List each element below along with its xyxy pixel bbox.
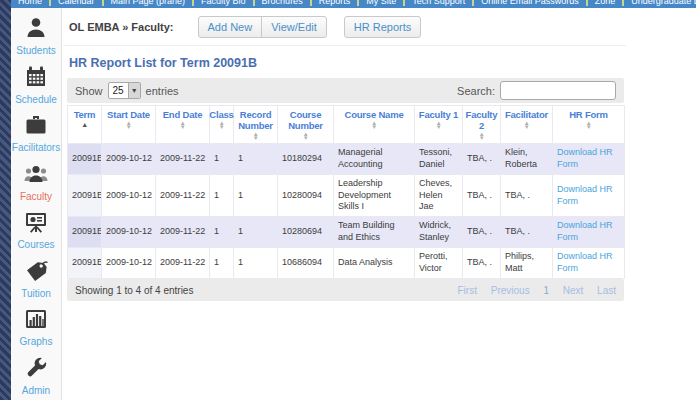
- topnav-link-my-site[interactable]: My Site: [359, 0, 405, 6]
- table-toolbar: Show 25 ▼ entries Search:: [67, 78, 624, 103]
- cell-record-number: 1: [234, 217, 278, 248]
- cell-faculty-2: TBA, .: [463, 144, 501, 175]
- sidebar-item-graphs[interactable]: Graphs: [11, 303, 61, 352]
- cell-start-date: 2009-10-12: [102, 175, 156, 217]
- pagination: First Previous 1 Next Last: [446, 285, 616, 296]
- download-hr-form-link[interactable]: Download HR Form: [557, 251, 613, 273]
- cell-end-date: 2009-11-22: [156, 217, 210, 248]
- pagination-page-1[interactable]: 1: [543, 285, 549, 296]
- sidebar-item-schedule[interactable]: Schedule: [11, 61, 61, 110]
- table-panel: Show 25 ▼ entries Search:: [67, 78, 624, 301]
- column-header-start-date[interactable]: Start Date▲▼: [102, 106, 156, 144]
- pagination-last[interactable]: Last: [597, 285, 616, 296]
- table-row: 20091B 2009-10-12 2009-11-22 1 1 1028069…: [68, 217, 625, 248]
- page-header: OL EMBA » Faculty: Add New View/Edit HR …: [63, 8, 626, 46]
- cell-term: 20091B: [68, 175, 102, 217]
- sidebar-item-label: Faculty: [20, 191, 52, 202]
- topnav-link-brochures[interactable]: Brochures: [255, 0, 312, 6]
- download-hr-form-link[interactable]: Download HR Form: [557, 184, 613, 206]
- sort-both-icon: ▲▼: [371, 121, 377, 129]
- price-tag-icon: [23, 259, 49, 287]
- topnav-link-tech-support[interactable]: Tech Support: [405, 0, 474, 6]
- sort-both-icon: ▲▼: [303, 132, 309, 140]
- cell-facilitator: Philips, Matt: [501, 248, 553, 279]
- cell-course-number: 10686094: [278, 248, 334, 279]
- sort-ascending-icon: ▲: [81, 122, 88, 128]
- sidebar-item-label: Facilitators: [12, 142, 60, 153]
- sidebar-item-students[interactable]: Students: [11, 12, 61, 61]
- column-header-faculty-2[interactable]: Faculty 2▲▼: [463, 106, 501, 144]
- sidebar-item-courses[interactable]: Courses: [11, 206, 61, 255]
- column-header-record-number[interactable]: Record Number▲▼: [234, 106, 278, 144]
- breadcrumb: OL EMBA » Faculty:: [69, 21, 174, 33]
- cell-facilitator: TBA, .: [501, 175, 553, 217]
- cell-class: 1: [210, 175, 234, 217]
- cell-record-number: 1: [234, 175, 278, 217]
- view-edit-button[interactable]: View/Edit: [261, 16, 327, 38]
- topnav-link-zone[interactable]: Zone: [588, 0, 625, 6]
- cell-term: 20091B: [68, 248, 102, 279]
- pagination-previous[interactable]: Previous: [491, 285, 530, 296]
- hr-reports-button[interactable]: HR Reports: [344, 16, 421, 38]
- cell-start-date: 2009-10-12: [102, 144, 156, 175]
- cell-class: 1: [210, 144, 234, 175]
- entries-label: entries: [146, 85, 179, 97]
- cell-faculty-2: TBA, .: [463, 217, 501, 248]
- entries-select-value: 25: [113, 85, 124, 96]
- sidebar-item-label: Tuition: [21, 288, 51, 299]
- cell-faculty-2: TBA, .: [463, 248, 501, 279]
- table-row: 20091B 2009-10-12 2009-11-22 1 1 1068609…: [68, 248, 625, 279]
- topnav-link-home[interactable]: Home: [11, 0, 51, 6]
- sidebar-item-admin[interactable]: Admin: [11, 352, 61, 400]
- sidebar-item-tuition[interactable]: Tuition: [11, 255, 61, 304]
- cell-class: 1: [210, 248, 234, 279]
- column-header-course-name[interactable]: Course Name▲▼: [334, 106, 415, 144]
- cell-term: 20091B: [68, 144, 102, 175]
- pagination-first[interactable]: First: [457, 285, 476, 296]
- calendar-icon: [23, 65, 49, 93]
- sidebar-item-faculty[interactable]: Faculty: [11, 158, 61, 207]
- sidebar-stripe: [0, 0, 11, 400]
- column-header-facilitator[interactable]: Facilitator▲▼: [501, 106, 553, 144]
- add-new-button[interactable]: Add New: [198, 16, 263, 38]
- column-header-course-number[interactable]: Course Number▲▼: [278, 106, 334, 144]
- cell-course-name: Team Building and Ethics: [334, 217, 415, 248]
- download-hr-form-link[interactable]: Download HR Form: [557, 147, 613, 169]
- sidebar-item-label: Students: [16, 45, 55, 56]
- presentation-icon: [23, 210, 49, 238]
- topnav-link-calendar[interactable]: Calendar: [51, 0, 104, 6]
- sort-both-icon: ▲▼: [524, 121, 530, 129]
- sort-both-icon: ▲▼: [586, 121, 592, 129]
- topnav-link-online-email[interactable]: Online Email Passwords: [474, 0, 588, 6]
- topnav-link-faculty-bio[interactable]: Faculty Bio: [194, 0, 255, 6]
- cell-course-number: 10180294: [278, 144, 334, 175]
- topnav-link-reports[interactable]: Reports: [312, 0, 360, 6]
- column-header-end-date[interactable]: End Date▲▼: [156, 106, 210, 144]
- cell-start-date: 2009-10-12: [102, 217, 156, 248]
- pagination-next[interactable]: Next: [563, 285, 584, 296]
- sort-both-icon: ▲▼: [219, 121, 225, 129]
- cell-course-name: Data Analysis: [334, 248, 415, 279]
- column-header-class[interactable]: Class▲▼: [210, 106, 234, 144]
- cell-course-number: 10280094: [278, 175, 334, 217]
- cell-faculty-1: Widrick, Stanley: [415, 217, 463, 248]
- topnav-link-main-page[interactable]: Main Page (prarie): [104, 0, 195, 6]
- cell-facilitator: Klein, Roberta: [501, 144, 553, 175]
- entries-select[interactable]: 25 ▼: [108, 82, 141, 99]
- chevron-down-icon: ▼: [128, 83, 140, 98]
- cell-faculty-1: Tessoni, Daniel: [415, 144, 463, 175]
- cell-facilitator: TBA, .: [501, 217, 553, 248]
- showing-entries-text: Showing 1 to 4 of 4 entries: [75, 285, 193, 296]
- download-hr-form-link[interactable]: Download HR Form: [557, 220, 613, 242]
- column-header-hr-form[interactable]: HR Form▲▼: [553, 106, 625, 144]
- sort-both-icon: ▲▼: [479, 132, 485, 140]
- search-input[interactable]: [500, 81, 616, 100]
- column-header-faculty-1[interactable]: Faculty 1▲▼: [415, 106, 463, 144]
- topnav-link-undergrad-db[interactable]: Undergraduate Database: [624, 0, 696, 6]
- sidebar-item-facilitators[interactable]: Facilitators: [11, 109, 61, 158]
- column-header-term[interactable]: Term▲: [68, 106, 102, 144]
- app-window: HomeCalendarMain Page (prarie)Faculty Bi…: [0, 0, 696, 400]
- cell-end-date: 2009-11-22: [156, 175, 210, 217]
- sidebar-item-label: Courses: [17, 239, 54, 250]
- table-footer: Showing 1 to 4 of 4 entries First Previo…: [67, 279, 624, 301]
